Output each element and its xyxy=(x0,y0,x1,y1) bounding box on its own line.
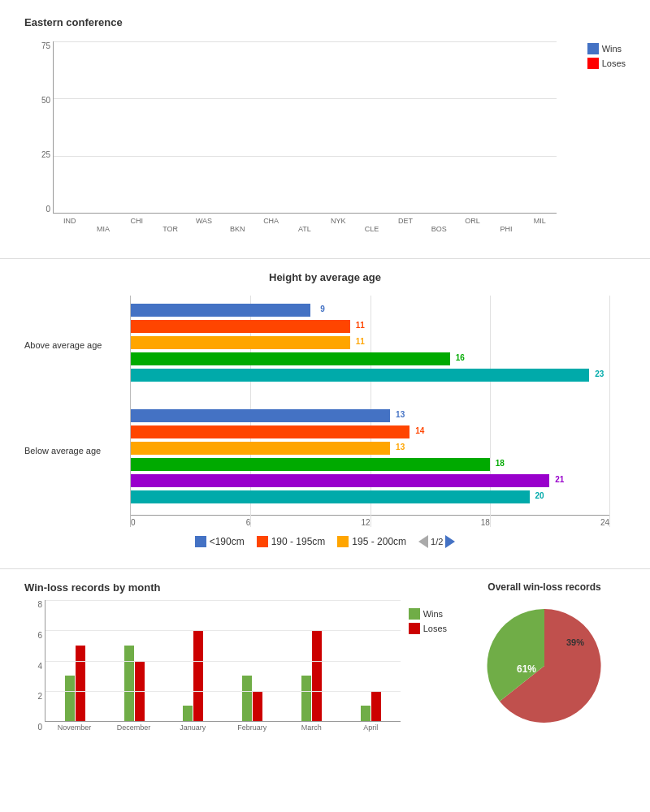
hbar-below-orange: 13 xyxy=(131,442,609,455)
eastern-x-labels: INDMIACHITORWASBKNCHAATLNYKCLEDETBOSORLP… xyxy=(53,215,557,246)
hbar-above-green: 16 xyxy=(131,352,609,365)
legend-loses: Loses xyxy=(587,58,626,69)
x-label-14: MIL xyxy=(523,215,557,246)
mbar-wins-3 xyxy=(242,676,252,721)
eastern-legend: Wins Loses xyxy=(587,43,626,72)
x-label-2: CHI xyxy=(120,215,154,246)
below-avg-bars: 13 14 13 xyxy=(131,401,609,515)
monthly-wins-label: Wins xyxy=(423,609,443,619)
x-label-13: PHI xyxy=(489,215,522,246)
height-title: Height by average age xyxy=(24,271,626,283)
x-label-7: ATL xyxy=(288,215,321,246)
pie-loses-pct-label: 61% xyxy=(517,663,536,675)
wins-color-box xyxy=(587,43,599,54)
mbar-loses-5 xyxy=(371,691,381,721)
pie-chart: 61% 39% xyxy=(479,601,609,731)
eastern-bar-area xyxy=(53,41,557,214)
x-label-9: CLE xyxy=(355,215,388,246)
hbar-group-labels: Above average age Below average age xyxy=(24,296,126,548)
pie-section: Overall win-loss records 61% 39% xyxy=(463,581,626,732)
hbar-below-red: 14 xyxy=(131,425,609,438)
hbar-above-teal: 23 xyxy=(131,369,609,382)
hbar-above-blue: 9 xyxy=(131,304,609,317)
mbar-wins-0 xyxy=(65,676,75,721)
pie-title: Overall win-loss records xyxy=(463,581,626,593)
divider-2 xyxy=(0,568,650,569)
monthly-legend: Wins Loses xyxy=(409,600,447,732)
x-label-5: BKN xyxy=(221,215,254,246)
hbar-below-green: 18 xyxy=(131,458,609,471)
mbar-loses-3 xyxy=(253,691,262,721)
pagination-nav: 1/2 xyxy=(418,535,455,548)
legend-blue: <190cm xyxy=(195,536,245,547)
x-label-1: MIA xyxy=(86,215,119,246)
x-label-11: BOS xyxy=(422,215,456,246)
hbar-above-red: 11 xyxy=(131,320,609,333)
legend-wins-label: Wins xyxy=(602,44,622,54)
mbar-loses-0 xyxy=(76,646,85,721)
x-label-4: WAS xyxy=(187,215,220,246)
mbar-wins-1 xyxy=(124,646,134,721)
mx-label-0: November xyxy=(45,723,104,732)
legend-orange: 195 - 200cm xyxy=(337,536,406,547)
mbar-wins-4 xyxy=(301,676,311,721)
pie-wins-pct-label: 39% xyxy=(566,637,584,647)
x-label-12: ORL xyxy=(456,215,489,246)
hbar-below-teal: 20 xyxy=(131,490,609,503)
monthly-x-labels: NovemberDecemberJanuaryFebruaryMarchApri… xyxy=(45,722,401,732)
mx-label-4: March xyxy=(282,723,341,732)
below-avg-label: Below average age xyxy=(24,446,101,456)
above-avg-label: Above average age xyxy=(24,340,102,350)
hbar-chart-area: 9 11 11 xyxy=(130,296,609,527)
monthly-bars-area: NovemberDecemberJanuaryFebruaryMarchApri… xyxy=(45,600,401,732)
height-section: Height by average age Above average age … xyxy=(0,263,650,564)
monthly-chart: Win-loss records by month 0 2 4 6 8 xyxy=(24,581,447,732)
eastern-conference-section: Eastern conference Wins Loses 0 25 50 75 xyxy=(0,0,650,254)
legend-wins: Wins xyxy=(587,43,626,54)
mbar-wins-5 xyxy=(361,706,370,721)
monthly-title: Win-loss records by month xyxy=(24,581,447,594)
loses-color-box xyxy=(587,58,599,69)
mbar-loses-2 xyxy=(193,630,203,721)
x-label-8: NYK xyxy=(322,215,355,246)
hbar-grid: 9 11 11 xyxy=(130,296,609,527)
mx-label-5: April xyxy=(341,723,401,732)
monthly-chart-inner: 0 2 4 6 8 NovemberDecemberJanuaryFebruar… xyxy=(24,600,447,732)
legend-red: 190 - 195cm xyxy=(257,536,326,547)
monthly-y-axis: 0 2 4 6 8 xyxy=(24,600,45,732)
x-label-3: TOR xyxy=(154,215,187,246)
bottom-section: Win-loss records by month 0 2 4 6 8 xyxy=(0,573,650,740)
pie-container: 61% 39% xyxy=(463,601,626,731)
mx-label-1: December xyxy=(104,723,163,732)
prev-page-icon[interactable] xyxy=(418,535,428,548)
divider-1 xyxy=(0,258,650,259)
monthly-loses-color xyxy=(409,623,420,634)
mx-label-2: January xyxy=(163,723,223,732)
hbar-below-blue: 13 xyxy=(131,409,609,422)
pagination-label: 1/2 xyxy=(431,537,443,546)
next-page-icon[interactable] xyxy=(445,535,455,548)
eastern-title: Eastern conference xyxy=(24,16,626,28)
mx-label-3: February xyxy=(223,723,282,732)
hbar-below-purple: 21 xyxy=(131,474,609,487)
legend-loses-label: Loses xyxy=(602,58,626,68)
monthly-bar-row xyxy=(45,600,401,722)
x-label-6: CHA xyxy=(254,215,288,246)
monthly-loses-label: Loses xyxy=(423,624,447,633)
mbar-loses-4 xyxy=(312,630,322,721)
x-label-0: IND xyxy=(53,215,86,246)
x-label-10: DET xyxy=(388,215,422,246)
y-axis-eastern: 0 25 50 75 xyxy=(24,41,50,214)
hbar-above-orange: 11 xyxy=(131,336,609,349)
monthly-wins-color xyxy=(409,608,420,620)
mbar-wins-2 xyxy=(183,706,193,721)
